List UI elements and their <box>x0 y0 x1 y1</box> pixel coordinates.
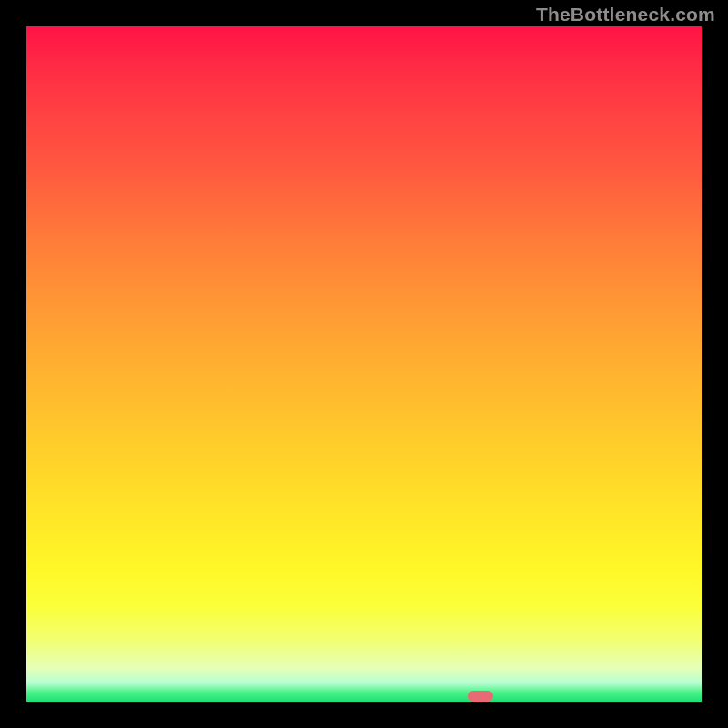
watermark-text: TheBottleneck.com <box>536 4 715 25</box>
chart-frame: TheBottleneck.com <box>0 0 728 728</box>
optimum-marker <box>468 691 493 702</box>
heat-gradient-bg <box>26 26 702 702</box>
plot-area <box>26 26 702 702</box>
